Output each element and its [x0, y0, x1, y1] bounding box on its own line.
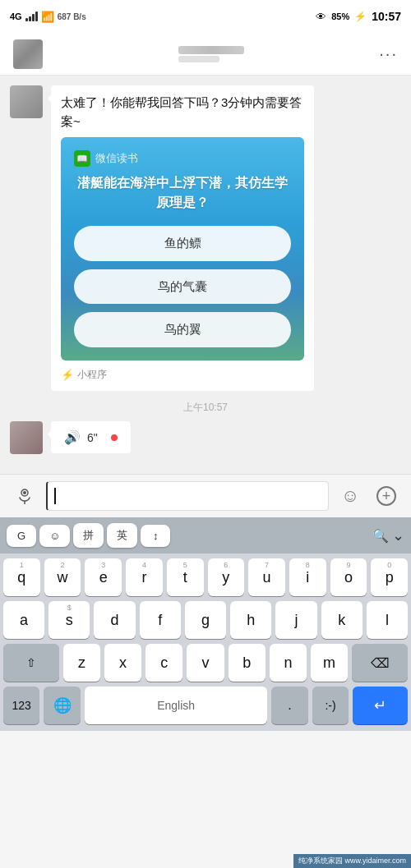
- option-1[interactable]: 鱼的鳔: [74, 226, 291, 261]
- mini-card-options[interactable]: 鱼的鳔 鸟的气囊 鸟的翼: [74, 226, 291, 347]
- key-b[interactable]: b: [229, 644, 266, 682]
- period-key[interactable]: .: [271, 687, 307, 724]
- emoji-key[interactable]: ☺: [39, 525, 70, 547]
- voice-message-content: 🔊 6": [51, 421, 401, 453]
- signal-bar-3: [32, 14, 35, 21]
- message-content: 太难了！你能帮我回答下吗？3分钟内需要答案~ 📖 微信读书 潜艇能在海洋中上浮下…: [51, 85, 401, 391]
- key-n[interactable]: n: [270, 644, 307, 682]
- key-num-4: 4: [126, 561, 163, 569]
- mini-card-header: 📖 微信读书: [74, 150, 291, 167]
- timestamp: 上午10:57: [10, 401, 401, 415]
- return-key[interactable]: ↵: [353, 687, 408, 724]
- sender-avatar-2: [10, 421, 43, 454]
- add-button[interactable]: +: [372, 481, 401, 511]
- key-y[interactable]: 6y: [208, 558, 245, 596]
- key-num-1: 1: [3, 561, 40, 569]
- key-i[interactable]: 8i: [289, 558, 326, 596]
- status-left: 4G 📶 687 B/s: [10, 11, 86, 23]
- space-key[interactable]: English: [85, 687, 267, 724]
- keyboard-rows: 1q 2w 3e 4r 5t 6y 7u 8i 9o 0p a $s d f g…: [0, 553, 411, 687]
- data-speed: 687 B/s: [58, 12, 86, 21]
- key-z[interactable]: z: [63, 644, 100, 682]
- key-num-s: $: [48, 604, 90, 612]
- voice-message-bubble[interactable]: 🔊 6": [51, 421, 131, 453]
- voice-icon: [15, 486, 35, 506]
- key-num-2: 2: [44, 561, 81, 569]
- mini-program-label: 小程序: [77, 367, 107, 382]
- signal-bar-1: [25, 18, 28, 21]
- time-display: 10:57: [372, 10, 401, 23]
- english-key[interactable]: 英: [107, 523, 137, 548]
- mini-card-footer: ⚡ 小程序: [61, 367, 304, 383]
- keyboard-bottom-row: 123 🌐 English . :-) ↵: [0, 687, 411, 731]
- key-d[interactable]: d: [94, 601, 135, 639]
- smiley-key[interactable]: :-): [312, 687, 349, 724]
- key-x[interactable]: x: [104, 644, 141, 682]
- delete-key[interactable]: ⌫: [352, 644, 408, 682]
- option-2[interactable]: 鸟的气囊: [74, 269, 291, 305]
- key-v[interactable]: v: [187, 644, 224, 682]
- svg-point-2: [23, 491, 26, 494]
- key-k[interactable]: k: [321, 601, 363, 639]
- mini-card-question: 潜艇能在海洋中上浮下潜，其仿生学原理是？: [74, 173, 291, 213]
- message-input[interactable]: [46, 481, 329, 511]
- key-num-9: 9: [330, 561, 367, 569]
- emoji-icon: ☺: [341, 485, 359, 507]
- keyboard-row-3: ⇧ z x c v b n m ⌫: [3, 644, 408, 682]
- mini-card-logo: 📖: [74, 150, 90, 167]
- emoji-button[interactable]: ☺: [335, 481, 365, 511]
- globe-key[interactable]: 🌐: [44, 687, 80, 724]
- key-o[interactable]: 9o: [330, 558, 367, 596]
- key-s[interactable]: $s: [48, 601, 90, 639]
- key-u[interactable]: 7u: [248, 558, 285, 596]
- status-right: 👁 85% ⚡ 10:57: [316, 10, 401, 23]
- unread-dot: [111, 434, 118, 441]
- hide-keyboard-key[interactable]: ⌄: [392, 526, 404, 544]
- voice-message-row: 🔊 6": [10, 421, 401, 454]
- key-h[interactable]: h: [230, 601, 271, 639]
- key-l[interactable]: l: [367, 601, 408, 639]
- voice-switch-button[interactable]: [10, 481, 39, 511]
- google-key[interactable]: G: [7, 525, 36, 547]
- key-m[interactable]: m: [311, 644, 348, 682]
- search-key[interactable]: 🔍: [372, 528, 389, 544]
- key-p[interactable]: 0p: [371, 558, 408, 596]
- key-t[interactable]: 5t: [167, 558, 204, 596]
- message-bubble: 太难了！你能帮我回答下吗？3分钟内需要答案~ 📖 微信读书 潜艇能在海洋中上浮下…: [51, 85, 314, 391]
- key-w[interactable]: 2w: [44, 558, 81, 596]
- nav-title-area: [178, 46, 244, 62]
- voice-duration: 6": [87, 431, 98, 444]
- contact-name-blurred: [178, 46, 244, 54]
- input-area: ☺ +: [0, 474, 411, 517]
- more-button[interactable]: ···: [379, 44, 398, 63]
- key-q[interactable]: 1q: [3, 558, 40, 596]
- key-r[interactable]: 4r: [126, 558, 163, 596]
- battery-indicator: 85%: [331, 11, 349, 21]
- back-button[interactable]: [13, 39, 43, 69]
- key-j[interactable]: j: [275, 601, 316, 639]
- option-3[interactable]: 鸟的翼: [74, 312, 291, 347]
- pinyin-key[interactable]: 拼: [73, 523, 104, 548]
- key-a[interactable]: a: [3, 601, 44, 639]
- key-f[interactable]: f: [140, 601, 181, 639]
- plus-icon: +: [376, 486, 396, 506]
- key-num-3: 3: [85, 561, 122, 569]
- keyboard: G ☺ 拼 英 ↕ 🔍 ⌄ 1q 2w 3e 4r 5t 6y 7u 8i 9o…: [0, 517, 411, 731]
- numbers-key[interactable]: 123: [3, 687, 39, 724]
- sender-avatar: [10, 85, 43, 118]
- status-bar: 4G 📶 687 B/s 👁 85% ⚡ 10:57: [0, 0, 411, 33]
- keyboard-row-2: a $s d f g h j k l: [3, 601, 408, 639]
- key-e[interactable]: 3e: [85, 558, 122, 596]
- nav-bar: ···: [0, 33, 411, 76]
- mini-program-icon: ⚡: [61, 367, 74, 383]
- message-text: 太难了！你能帮我回答下吗？3分钟内需要答案~: [61, 94, 304, 131]
- key-c[interactable]: c: [145, 644, 182, 682]
- cursor-key[interactable]: ↕: [141, 525, 170, 547]
- mini-program-card[interactable]: 📖 微信读书 潜艇能在海洋中上浮下潜，其仿生学原理是？ 鱼的鳔 鸟的气囊 鸟的翼: [61, 137, 304, 361]
- key-g[interactable]: g: [185, 601, 226, 639]
- mini-card-source: 微信读书: [95, 150, 138, 167]
- shift-key[interactable]: ⇧: [3, 644, 59, 682]
- message-row-incoming: 太难了！你能帮我回答下吗？3分钟内需要答案~ 📖 微信读书 潜艇能在海洋中上浮下…: [10, 85, 401, 391]
- keyboard-toolbar: G ☺ 拼 英 ↕ 🔍 ⌄: [0, 517, 411, 553]
- carrier-label: 4G: [10, 11, 22, 21]
